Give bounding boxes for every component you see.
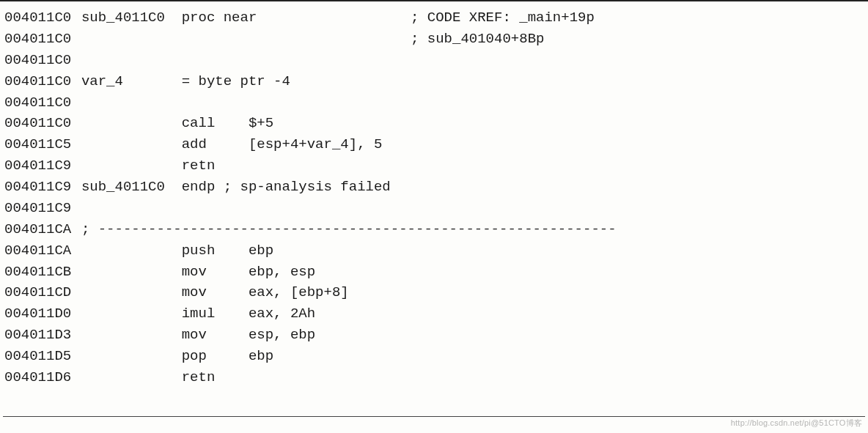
operand: ebp [249, 240, 273, 262]
xref-comment: ; sub_401040+8Bp [411, 29, 544, 50]
asm-line: 004011C0; sub_401040+8Bp [4, 29, 864, 50]
address: 004011D6 [4, 367, 81, 388]
operand: ebp, esp [249, 262, 315, 283]
mnemonic [182, 92, 249, 114]
asm-line: 004011D6retn [4, 367, 864, 388]
asm-line: 004011CApushebp [4, 240, 864, 262]
asm-line: 004011D5popebp [4, 346, 864, 367]
operand: eax, 2Ah [249, 303, 315, 325]
address: 004011CB [4, 262, 81, 283]
mnemonic: push [182, 240, 249, 262]
asm-line: 004011CDmoveax, [ebp+8] [4, 282, 864, 303]
address: 004011C0 [4, 7, 81, 29]
address: 004011C9 [4, 198, 81, 219]
operand: eax, [ebp+8] [249, 282, 349, 303]
address: 004011C0 [4, 50, 81, 71]
asm-line: 004011CA; ------------------------------… [4, 219, 864, 240]
address: 004011C0 [4, 29, 81, 50]
address: 004011C9 [4, 155, 81, 177]
symbol-label [81, 198, 182, 219]
mnemonic: retn [182, 367, 249, 388]
asm-line: 004011C0var_4= byte ptr -4 [4, 71, 864, 92]
symbol-label [81, 29, 182, 50]
mnemonic: = byte ptr -4 [182, 71, 249, 92]
mnemonic: imul [182, 303, 249, 325]
symbol-label [81, 134, 182, 155]
symbol-label [81, 262, 182, 283]
mnemonic: mov [182, 282, 249, 303]
asm-line: 004011C9 [4, 198, 864, 219]
bottom-rule [3, 416, 865, 417]
mnemonic [182, 50, 249, 71]
disassembly-listing: 004011C0sub_4011C0proc near; CODE XREF: … [0, 0, 868, 388]
symbol-label [81, 240, 182, 262]
symbol-label [81, 113, 182, 134]
operand: $+5 [249, 113, 273, 134]
address: 004011CA [4, 240, 81, 262]
mnemonic: proc near [182, 7, 249, 29]
address: 004011C0 [4, 71, 81, 92]
asm-line: 004011C9sub_4011C0endp ; sp-analysis fai… [4, 177, 864, 198]
asm-line: 004011C0 [4, 92, 864, 114]
mnemonic: pop [182, 346, 249, 367]
asm-line: 004011C0sub_4011C0proc near; CODE XREF: … [4, 7, 864, 29]
address: 004011C0 [4, 113, 81, 134]
mnemonic [182, 198, 249, 219]
mnemonic: retn [182, 155, 249, 177]
mnemonic: call [182, 113, 249, 134]
symbol-label [81, 282, 182, 303]
asm-line: 004011C5add[esp+4+var_4], 5 [4, 134, 864, 155]
address: 004011D5 [4, 346, 81, 367]
asm-line: 004011C0call$+5 [4, 113, 864, 134]
symbol-label [81, 50, 182, 71]
address: 004011D3 [4, 325, 81, 346]
operand: esp, ebp [249, 325, 315, 346]
mnemonic: endp ; sp-analysis failed [182, 177, 249, 198]
asm-line: 004011C0 [4, 50, 864, 71]
asm-line: 004011CBmovebp, esp [4, 262, 864, 283]
mnemonic: mov [182, 262, 249, 283]
symbol-label [81, 303, 182, 325]
address: 004011C5 [4, 134, 81, 155]
symbol-label [81, 325, 182, 346]
symbol-label [81, 367, 182, 388]
mnemonic: mov [182, 325, 249, 346]
asm-line: 004011D3movesp, ebp [4, 325, 864, 346]
address: 004011D0 [4, 303, 81, 325]
symbol-label [81, 155, 182, 177]
address: 004011C9 [4, 177, 81, 198]
symbol-label [81, 346, 182, 367]
address: 004011CA [4, 219, 81, 240]
address: 004011C0 [4, 92, 81, 114]
symbol-label: var_4 [81, 71, 182, 92]
comment-semicolon: ; [81, 219, 98, 240]
mnemonic [182, 29, 249, 50]
xref-comment: ; CODE XREF: _main+19p [411, 7, 595, 29]
address: 004011CD [4, 282, 81, 303]
mnemonic: add [182, 134, 249, 155]
section-divider: ----------------------------------------… [98, 219, 617, 240]
operand: ebp [249, 346, 273, 367]
symbol-label [81, 92, 182, 114]
symbol-label: sub_4011C0 [81, 177, 182, 198]
asm-line: 004011D0imuleax, 2Ah [4, 303, 864, 325]
operand: [esp+4+var_4], 5 [249, 134, 382, 155]
asm-line: 004011C9retn [4, 155, 864, 177]
watermark-text: http://blog.csdn.net/pi@51CTO博客 [731, 418, 862, 429]
symbol-label: sub_4011C0 [81, 7, 182, 29]
